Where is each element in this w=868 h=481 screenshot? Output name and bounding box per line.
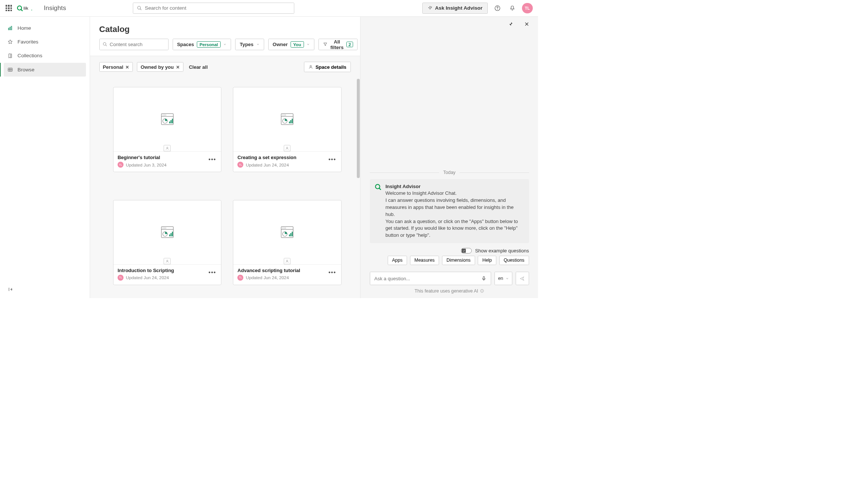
card-preview	[113, 87, 221, 151]
send-button[interactable]	[516, 272, 529, 285]
card-owner-avatar: TL	[237, 162, 243, 168]
svg-rect-58	[292, 232, 292, 236]
sidebar-item-label: Favorites	[17, 39, 38, 45]
content-search[interactable]	[99, 39, 169, 50]
sparkle-icon	[427, 6, 433, 11]
all-filters-button[interactable]: All filters 2	[318, 39, 358, 50]
svg-point-39	[286, 147, 288, 148]
card-title: Beginner's tutorial	[118, 155, 208, 160]
breadcrumb: Insights	[44, 4, 66, 12]
app-card[interactable]: Creating a set expression TL Updated Jun…	[233, 87, 341, 172]
card-title: Introduction to Scripting	[118, 268, 208, 273]
types-filter-label: Types	[240, 42, 254, 47]
svg-point-67	[482, 290, 482, 290]
card-more-menu[interactable]: •••	[208, 268, 217, 277]
global-search-input[interactable]	[145, 5, 290, 11]
svg-line-5	[140, 9, 141, 10]
filter-chip-owned-by-you[interactable]: Owned by you ✕	[137, 62, 183, 72]
card-owner-avatar: TL	[237, 275, 243, 281]
svg-rect-36	[289, 122, 290, 123]
search-icon	[103, 42, 107, 46]
spaces-filter[interactable]: Spaces Personal	[173, 39, 231, 50]
show-examples-toggle[interactable]	[461, 248, 472, 254]
notifications-icon[interactable]	[507, 3, 517, 13]
owner-filter[interactable]: Owner You	[268, 39, 314, 50]
chevron-down-icon	[223, 43, 227, 46]
svg-point-32	[282, 115, 283, 116]
language-label: en	[498, 276, 503, 281]
chevron-down-icon	[256, 43, 260, 46]
remove-chip-icon[interactable]: ✕	[125, 64, 129, 70]
card-more-menu[interactable]: •••	[328, 268, 337, 277]
personal-space-badge	[164, 258, 171, 264]
help-icon[interactable]	[493, 3, 503, 13]
card-more-menu[interactable]: •••	[328, 155, 337, 164]
chevron-down-icon	[506, 277, 509, 280]
chat-sender-name: Insight Advisor	[385, 184, 524, 189]
svg-rect-57	[291, 233, 291, 236]
active-filter-chips: Personal ✕ Owned by you ✕ Clear all Spac…	[90, 56, 360, 78]
microphone-icon[interactable]	[481, 276, 487, 281]
svg-point-43	[164, 228, 164, 229]
remove-chip-icon[interactable]: ✕	[176, 64, 180, 70]
card-updated-text: Updated Jun 3, 2024	[126, 162, 166, 167]
card-owner-avatar: TL	[118, 162, 124, 168]
quick-btn-help[interactable]: Help	[478, 256, 496, 265]
chat-input-field[interactable]	[374, 276, 478, 281]
collapse-sidebar-button[interactable]	[6, 284, 16, 294]
quick-btn-measures[interactable]: Measures	[410, 256, 439, 265]
star-icon	[7, 39, 13, 45]
svg-rect-27	[170, 120, 171, 123]
page-title: Catalog	[99, 25, 351, 34]
app-card[interactable]: Beginner's tutorial TL Updated Jun 3, 20…	[113, 87, 221, 172]
clear-all-filters[interactable]: Clear all	[189, 64, 208, 70]
svg-rect-47	[170, 233, 171, 236]
filter-row: Spaces Personal Types Owner You All filt…	[90, 39, 360, 56]
apps-launcher-icon[interactable]	[6, 5, 12, 11]
spaces-filter-badge: Personal	[197, 41, 221, 47]
personal-space-badge	[164, 145, 171, 151]
chat-date-separator: Today	[370, 170, 529, 175]
app-card[interactable]: Introduction to Scripting TL Updated Jun…	[113, 200, 221, 285]
global-search[interactable]	[133, 3, 294, 14]
filter-chip-personal[interactable]: Personal ✕	[99, 62, 133, 72]
sidebar-item-collections[interactable]: Collections	[4, 49, 86, 62]
sidebar-item-favorites[interactable]: Favorites	[4, 35, 86, 49]
ask-button-label: Ask Insight Advisor	[435, 5, 482, 11]
scrollbar-thumb[interactable]	[357, 79, 360, 178]
chart-icon	[7, 25, 13, 31]
quick-btn-apps[interactable]: Apps	[388, 256, 407, 265]
sidebar-item-home[interactable]: Home	[4, 21, 86, 35]
card-updated-text: Updated Jun 24, 2024	[246, 162, 289, 167]
owner-filter-label: Owner	[273, 42, 288, 47]
quick-btn-questions[interactable]: Questions	[499, 256, 529, 265]
chat-input[interactable]	[370, 272, 491, 285]
user-avatar[interactable]: TL	[522, 3, 533, 14]
svg-point-3	[31, 10, 32, 10]
qlik-logo[interactable]: lik	[17, 3, 38, 13]
svg-point-54	[285, 228, 286, 229]
language-selector[interactable]: en	[494, 272, 512, 285]
ask-insight-advisor-button[interactable]: Ask Insight Advisor	[422, 3, 488, 14]
svg-rect-10	[11, 26, 12, 30]
app-card[interactable]: Advanced scripting tutorial TL Updated J…	[233, 200, 341, 285]
svg-point-44	[165, 228, 166, 229]
svg-point-29	[167, 147, 168, 148]
card-more-menu[interactable]: •••	[208, 155, 217, 164]
sidebar-item-label: Collections	[17, 53, 42, 58]
app-icon	[280, 225, 295, 239]
app-icon	[160, 225, 175, 239]
pin-panel-button[interactable]	[505, 19, 515, 29]
user-icon	[308, 65, 313, 69]
close-panel-button[interactable]	[522, 19, 532, 29]
sidebar-item-browse[interactable]: Browse	[4, 63, 86, 77]
svg-rect-37	[291, 120, 291, 123]
search-icon	[137, 6, 142, 11]
content-search-input[interactable]	[110, 42, 172, 47]
types-filter[interactable]: Types	[235, 39, 264, 50]
info-icon[interactable]	[480, 289, 484, 293]
space-details-button[interactable]: Space details	[304, 62, 351, 72]
quick-btn-dimensions[interactable]: Dimensions	[442, 256, 475, 265]
svg-rect-28	[172, 119, 173, 123]
card-preview	[233, 200, 341, 264]
